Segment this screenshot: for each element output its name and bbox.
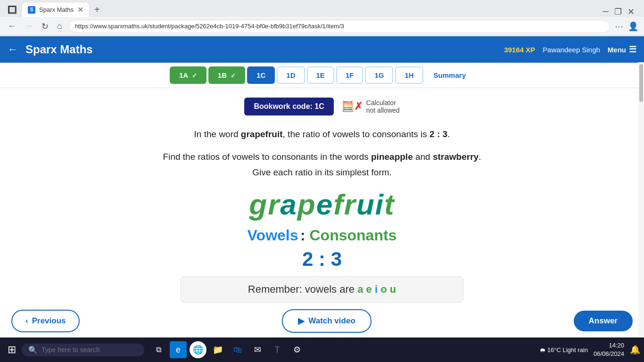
tab-1B[interactable]: 1B ✓ xyxy=(208,66,245,84)
file-explorer-icon[interactable]: 📁 xyxy=(209,341,226,358)
tab-title: Sparx Maths xyxy=(39,6,74,13)
clock-date: 06/06/2024 xyxy=(594,350,624,358)
start-button[interactable]: ⊞ xyxy=(4,342,20,358)
letter-a: a xyxy=(280,188,297,221)
tab-close-button[interactable]: ✕ xyxy=(77,6,83,14)
tab-1A[interactable]: 1A ✓ xyxy=(170,66,206,84)
task-tabs-bar: 1A ✓ 1B ✓ 1C 1D 1E 1F 1G 1H Summary xyxy=(0,63,644,88)
refresh-button[interactable]: ↻ xyxy=(40,19,50,33)
letter-g: g xyxy=(249,188,268,221)
xp-display: 39164 XP xyxy=(504,46,535,54)
previous-button[interactable]: ‹ Previous xyxy=(11,310,80,332)
active-browser-tab[interactable]: S Sparx Maths ✕ xyxy=(22,2,90,17)
system-clock: 14:20 06/06/2024 xyxy=(594,341,624,358)
back-to-home-button[interactable]: ← xyxy=(8,43,18,56)
new-tab-button[interactable]: + xyxy=(91,2,104,17)
taskbar-system-tray: 🌧 16°C Light rain 14:20 06/06/2024 🔔 xyxy=(539,341,640,358)
consonants-label: Consonants xyxy=(310,227,397,244)
ratio-colon: : xyxy=(300,227,310,244)
app-header: ← Sparx Maths 39164 XP Pawandeep Singh M… xyxy=(0,36,644,63)
bookwork-code-badge: Bookwork code: 1C xyxy=(244,98,333,115)
letter-u: u xyxy=(356,188,375,221)
vowel-i: i xyxy=(375,283,378,295)
forward-nav-button[interactable]: → xyxy=(23,19,35,33)
answer-button[interactable]: Answer xyxy=(574,311,633,331)
address-bar-input[interactable] xyxy=(69,20,610,33)
taskbar-search-input[interactable] xyxy=(41,346,126,354)
maximize-button[interactable]: ❐ xyxy=(614,7,622,17)
word-display: grapefruit xyxy=(19,188,625,221)
vowel-o: o xyxy=(380,283,387,295)
consonant-count: 3 xyxy=(331,248,342,270)
ratio-numbers-display: 2 : 3 xyxy=(19,248,625,271)
word-grapefruit: grapefruit xyxy=(249,188,395,221)
letter-f: f xyxy=(333,188,344,221)
bookwork-row: Bookwork code: 1C 🧮✗ Calculator not allo… xyxy=(19,98,625,115)
letter-t: t xyxy=(384,188,395,221)
letter-p: p xyxy=(297,188,316,221)
letter-r2: r xyxy=(344,188,356,221)
taskbar-search-box[interactable]: 🔍 xyxy=(22,344,144,356)
ratio-label-display: Vowels : Consonants xyxy=(19,227,625,244)
back-nav-button[interactable]: ← xyxy=(6,19,18,33)
vowel-u: u xyxy=(390,283,396,295)
username-display: Pawandeep Singh xyxy=(543,46,600,54)
close-button[interactable]: ✕ xyxy=(627,7,635,17)
watch-video-button[interactable]: ▶ Watch video xyxy=(282,309,372,333)
weather-icon: 🌧 xyxy=(539,346,545,354)
taskbar-app-icons: ⧉ e 🌐 📁 🛍 ✉ T ⚙ xyxy=(150,341,305,358)
calculator-badge: 🧮✗ Calculator not allowed xyxy=(341,99,400,114)
question-text: In the word grapefruit, the ratio of vow… xyxy=(19,127,625,142)
hamburger-icon: ☰ xyxy=(629,44,636,55)
task-view-button[interactable]: ⧉ xyxy=(150,341,167,358)
home-button[interactable]: ⌂ xyxy=(55,19,64,33)
app-logo: Sparx Maths xyxy=(25,43,496,56)
main-content: Bookwork code: 1C 🧮✗ Calculator not allo… xyxy=(0,88,644,318)
letter-r1: r xyxy=(268,188,280,221)
vowels-label: Vowels xyxy=(248,227,298,244)
question-line2: Find the ratios of vowels to consonants … xyxy=(19,149,625,180)
chevron-left-icon: ‹ xyxy=(25,316,28,326)
weather-temp: 16°C Light rain xyxy=(547,346,588,354)
settings-app-icon[interactable]: ⚙ xyxy=(289,341,305,358)
clock-time: 14:20 xyxy=(594,341,624,350)
tab-1G[interactable]: 1G xyxy=(365,66,393,84)
teams-icon[interactable]: T xyxy=(269,341,286,358)
windows-taskbar: ⊞ 🔍 ⧉ e 🌐 📁 🛍 ✉ T ⚙ 🌧 16°C Light rain 14… xyxy=(0,337,644,362)
vowel-e: e xyxy=(366,283,372,295)
calculator-status: not allowed xyxy=(366,107,400,114)
vowel-count: 2 xyxy=(302,248,313,270)
calculator-label: Calculator xyxy=(366,99,400,107)
weather-display: 🌧 16°C Light rain xyxy=(539,346,588,354)
remember-text: Remember: vowels are xyxy=(248,283,355,295)
remember-bar: Remember: vowels are a e i o u xyxy=(181,276,463,303)
edge-icon[interactable]: e xyxy=(170,341,187,358)
scrollbar-thumb[interactable] xyxy=(639,64,643,102)
tab-1H[interactable]: 1H xyxy=(395,66,423,84)
mail-icon[interactable]: ✉ xyxy=(249,341,266,358)
tab-1D[interactable]: 1D xyxy=(277,66,305,84)
search-icon: 🔍 xyxy=(28,346,38,354)
ratio-numbers-colon: : xyxy=(319,248,331,270)
extensions-button[interactable]: ⋯ xyxy=(615,21,623,32)
notification-icon[interactable]: 🔔 xyxy=(630,345,640,355)
calculator-icon: 🧮✗ xyxy=(341,100,363,113)
store-icon[interactable]: 🛍 xyxy=(229,341,246,358)
menu-button[interactable]: Menu ☰ xyxy=(608,44,636,55)
tab-summary[interactable]: Summary xyxy=(425,67,474,83)
letter-i: i xyxy=(375,188,384,221)
scrollbar-track[interactable] xyxy=(638,62,644,337)
chrome-icon[interactable]: 🌐 xyxy=(190,341,206,358)
video-icon: ▶ xyxy=(298,316,305,326)
tab-favicon: S xyxy=(28,6,35,14)
bottom-button-bar: ‹ Previous ▶ Watch video Answer xyxy=(0,304,644,337)
tab-1F[interactable]: 1F xyxy=(336,66,363,84)
tab-1C[interactable]: 1C xyxy=(247,66,275,84)
letter-e: e xyxy=(316,188,333,221)
profile-button[interactable]: 👤 xyxy=(628,21,638,32)
tab-1E[interactable]: 1E xyxy=(307,66,334,84)
minimize-button[interactable]: ─ xyxy=(603,7,609,17)
vowel-a: a xyxy=(357,283,363,295)
